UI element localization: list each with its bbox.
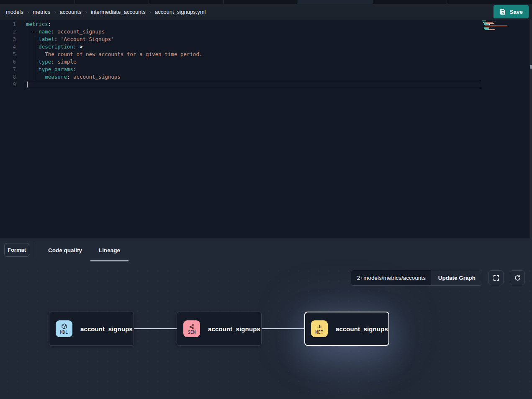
code-line: 9	[0, 81, 532, 88]
lineage-edge	[262, 328, 305, 329]
node-badge-label: SEM	[188, 330, 196, 335]
editor-tab[interactable]	[373, 0, 447, 4]
line-number: 4	[0, 43, 16, 51]
chevron-right-icon: ›	[149, 9, 151, 15]
editor-tab-active[interactable]	[298, 0, 373, 4]
code-editor[interactable]: 1metrics:2 - name: account_signups3 labe…	[0, 20, 532, 238]
line-number: 5	[0, 51, 16, 58]
code-line: 3 label: 'Account Signups'	[0, 36, 532, 43]
code-line: 2 - name: account_signups	[0, 28, 532, 36]
code-line: 7 type_params:	[0, 66, 532, 73]
editor-tab[interactable]	[224, 0, 298, 4]
bottom-panel: Format Code qualityLineage Update Graph	[0, 238, 532, 399]
save-button-label: Save	[509, 9, 523, 15]
code-line: 5 The count of new accounts for a given …	[0, 51, 532, 58]
editor-tab[interactable]	[0, 0, 75, 4]
chevron-right-icon: ›	[85, 9, 87, 15]
line-number: 3	[0, 36, 16, 43]
node-badge-label: MDL	[60, 330, 68, 335]
breadcrumb-item[interactable]: intermediate_accounts	[91, 9, 146, 15]
save-button[interactable]: Save	[493, 5, 529, 18]
node-label: account_signups	[80, 325, 133, 332]
minimap[interactable]	[482, 20, 508, 31]
line-number: 1	[0, 20, 16, 28]
breadcrumb-bar: models›metrics›accounts›intermediate_acc…	[0, 4, 532, 20]
lineage-graph: MDLaccount_signupsSEMaccount_signupsMETa…	[0, 261, 532, 399]
editor-tab[interactable]	[149, 0, 224, 4]
lineage-edge	[134, 328, 177, 329]
tab-lineage[interactable]: Lineage	[90, 238, 129, 261]
breadcrumb: models›metrics›accounts›intermediate_acc…	[6, 9, 206, 15]
line-number: 9	[0, 81, 16, 88]
breadcrumb-item[interactable]: account_signups.yml	[155, 9, 206, 15]
breadcrumb-item[interactable]: accounts	[60, 9, 82, 15]
breadcrumb-item[interactable]: models	[6, 9, 23, 15]
code-line: 1metrics:	[0, 20, 532, 28]
line-number: 7	[0, 66, 16, 73]
semantic-model-icon	[188, 323, 195, 330]
line-number: 6	[0, 58, 16, 66]
editor-tab[interactable]	[447, 0, 532, 4]
editor-tab[interactable]	[75, 0, 149, 4]
save-floppy-icon	[499, 8, 506, 15]
lineage-node-met[interactable]: METaccount_signups	[304, 312, 389, 346]
line-number: 2	[0, 28, 16, 36]
code-line: 4 description: >	[0, 43, 532, 51]
node-badge-label: MET	[316, 330, 324, 335]
divider	[34, 242, 34, 258]
lineage-node-sem[interactable]: SEMaccount_signups	[177, 312, 262, 346]
chevron-right-icon: ›	[27, 9, 29, 15]
lineage-node-mdl[interactable]: MDLaccount_signups	[49, 312, 134, 346]
model-cube-icon	[61, 323, 68, 330]
editor-tab-strip	[0, 0, 532, 4]
metric-chart-icon-badge: MET	[311, 320, 328, 337]
ide-window: models›metrics›accounts›intermediate_acc…	[0, 0, 532, 399]
panel-tab-bar: Format Code qualityLineage	[0, 238, 532, 261]
lineage-canvas[interactable]: Update Graph	[0, 261, 532, 399]
line-number: 8	[0, 73, 16, 81]
semantic-model-icon-badge: SEM	[183, 320, 200, 337]
code-line: 6 type: simple	[0, 58, 532, 66]
panel-tabs: Code qualityLineage	[40, 238, 129, 261]
code-line: 8 measure: account_signups	[0, 73, 532, 81]
node-label: account_signups	[336, 325, 388, 332]
scrollbar-thumb[interactable]	[530, 65, 532, 69]
tab-code-quality[interactable]: Code quality	[40, 238, 90, 261]
chevron-right-icon: ›	[54, 9, 56, 15]
node-label: account_signups	[208, 325, 260, 332]
model-cube-icon-badge: MDL	[56, 320, 72, 337]
editor-scrollbar[interactable]	[529, 20, 532, 238]
metric-chart-icon	[316, 323, 323, 330]
format-button[interactable]: Format	[4, 243, 29, 257]
code-lines: 1metrics:2 - name: account_signups3 labe…	[0, 20, 532, 88]
breadcrumb-item[interactable]: metrics	[33, 9, 50, 15]
